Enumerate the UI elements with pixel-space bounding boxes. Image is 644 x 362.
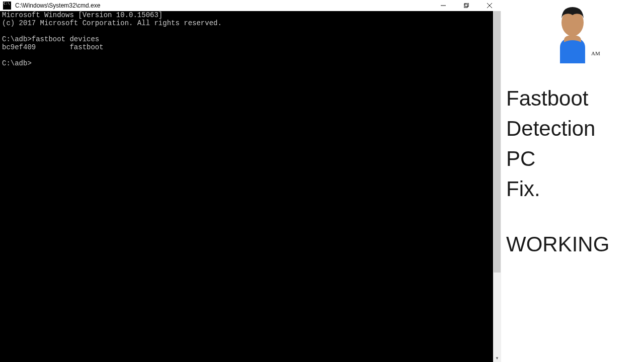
avatar-label: AM xyxy=(591,50,600,56)
cmd-window: C:\Windows\System32\cmd.exe Microsoft Wi… xyxy=(0,0,501,362)
titlebar[interactable]: C:\Windows\System32\cmd.exe xyxy=(0,0,501,11)
scroll-thumb[interactable] xyxy=(494,11,501,273)
side-line-5: WORKING xyxy=(506,229,639,259)
minimize-icon xyxy=(441,3,446,8)
window-controls xyxy=(432,0,501,11)
side-text: Fastboot Detection PC Fix. WORKING xyxy=(506,83,639,259)
terminal-area[interactable]: Microsoft Windows [Version 10.0.15063] (… xyxy=(0,11,501,362)
side-line-1: Fastboot xyxy=(506,83,639,114)
close-icon xyxy=(487,3,492,8)
minimize-button[interactable] xyxy=(432,0,455,11)
terminal-output[interactable]: Microsoft Windows [Version 10.0.15063] (… xyxy=(0,11,493,362)
svg-rect-2 xyxy=(465,3,468,7)
maximize-icon xyxy=(464,3,469,8)
maximize-button[interactable] xyxy=(455,0,478,11)
avatar: AM xyxy=(540,0,605,63)
window-title: C:\Windows\System32\cmd.exe xyxy=(14,2,432,9)
scrollbar[interactable]: ▲ ▼ xyxy=(493,11,501,362)
close-button[interactable] xyxy=(478,0,501,11)
side-line-4: Fix. xyxy=(506,174,639,204)
side-panel: AM Fastboot Detection PC Fix. WORKING xyxy=(501,0,644,362)
svg-rect-1 xyxy=(464,4,467,8)
cmd-icon xyxy=(3,2,11,10)
side-line-3: PC xyxy=(506,144,639,174)
side-line-2: Detection xyxy=(506,114,639,144)
scroll-down-icon[interactable]: ▼ xyxy=(493,354,501,362)
